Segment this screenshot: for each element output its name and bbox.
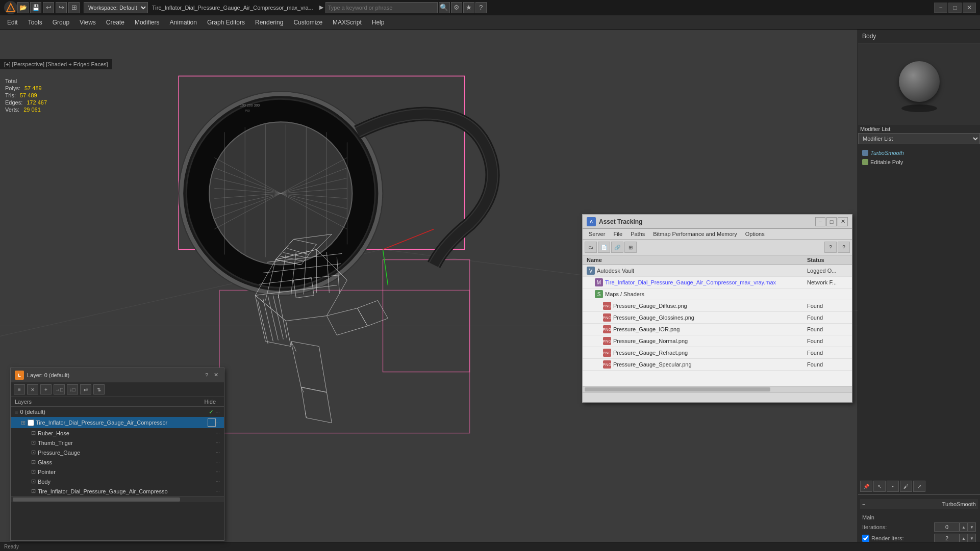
layer-dots-7: ··· bbox=[216, 479, 220, 484]
menu-tools[interactable]: Tools bbox=[23, 17, 47, 28]
layer-add-button[interactable]: + bbox=[40, 384, 52, 395]
menu-graph-editors[interactable]: Graph Editors bbox=[202, 17, 250, 28]
turbosmooth-icon bbox=[862, 150, 868, 156]
modifier-editable-poly[interactable]: Editable Poly bbox=[860, 158, 978, 167]
asset-status-refract: Found bbox=[807, 350, 848, 356]
layer-scrollbar[interactable] bbox=[11, 496, 224, 502]
asset-row[interactable]: S Maps / Shaders bbox=[583, 288, 852, 300]
layer-sort2-button[interactable]: ⇅ bbox=[93, 384, 105, 395]
asset-row[interactable]: PNG Pressure_Gauge_Refract.png Found bbox=[583, 347, 852, 359]
asset-menu-bitmap[interactable]: Bitmap Performance and Memory bbox=[649, 229, 741, 239]
layer-scrollbar-thumb[interactable] bbox=[13, 497, 180, 502]
asset-scrollbar[interactable] bbox=[583, 386, 852, 392]
menu-create[interactable]: Create bbox=[101, 17, 130, 28]
iterations-up[interactable]: ▲ bbox=[960, 522, 968, 532]
layer-delete-button[interactable]: ✕ bbox=[27, 384, 38, 395]
menu-views[interactable]: Views bbox=[74, 17, 101, 28]
asset-row[interactable]: PNG Pressure_Gauge_Specular.png Found bbox=[583, 359, 852, 371]
asset-menu-server[interactable]: Server bbox=[585, 229, 609, 239]
pin-button[interactable]: 📌 bbox=[860, 481, 872, 492]
menu-group[interactable]: Group bbox=[47, 17, 74, 28]
iterations-input[interactable] bbox=[934, 522, 960, 532]
layer-item[interactable]: ⊡ Pressure_Gauge ··· bbox=[11, 448, 224, 457]
star-button[interactable]: ★ bbox=[463, 2, 474, 13]
layer-item[interactable]: ⊡ Pointer ··· bbox=[11, 467, 224, 477]
mesh-icon-ruberhose: ⊡ bbox=[31, 430, 36, 436]
layer-sort1-button[interactable]: ⇄ bbox=[80, 384, 91, 395]
open-file-button[interactable]: 📂 bbox=[17, 2, 29, 13]
menu-modifiers[interactable]: Modifiers bbox=[130, 17, 165, 28]
svg-line-47 bbox=[278, 295, 287, 338]
asset-help-1[interactable]: ? bbox=[824, 242, 837, 253]
asset-help-2[interactable]: ? bbox=[838, 242, 850, 253]
menu-edit[interactable]: Edit bbox=[2, 17, 23, 28]
dot-button[interactable]: • bbox=[887, 481, 899, 492]
layer-help-button[interactable]: ? bbox=[203, 371, 211, 379]
layer-menu-button[interactable]: ≡ bbox=[14, 384, 25, 395]
save-file-button[interactable]: 💾 bbox=[30, 2, 41, 13]
asset-status-vault: Logged O... bbox=[807, 268, 848, 274]
cursor-button[interactable]: ↖ bbox=[873, 481, 886, 492]
status-text: Ready bbox=[4, 544, 19, 549]
png-icon-4: PNG bbox=[603, 337, 611, 345]
iterations-down[interactable]: ▼ bbox=[968, 522, 976, 532]
menu-animation[interactable]: Animation bbox=[165, 17, 202, 28]
menu-rendering[interactable]: Rendering bbox=[250, 17, 288, 28]
layer-merge-button[interactable]: ↓□ bbox=[67, 384, 78, 395]
asset-row[interactable]: V Autodesk Vault Logged O... bbox=[583, 265, 852, 277]
redo-button[interactable]: ↪ bbox=[56, 2, 67, 13]
undo-button[interactable]: ↩ bbox=[43, 2, 54, 13]
asset-scrollbar-thumb[interactable] bbox=[585, 387, 770, 391]
right-panel-toolbar: 📌 ↖ • 🖌 ⤢ bbox=[858, 479, 980, 494]
asset-menu-file[interactable]: File bbox=[609, 229, 626, 239]
help-button[interactable]: ? bbox=[475, 2, 487, 13]
layer-item[interactable]: ⊡ Tire_Inflator_Dial_Pressure_Gauge_Air_… bbox=[11, 486, 224, 496]
asset-tb-4[interactable]: ⊞ bbox=[624, 242, 637, 253]
layer-dots-4: ··· bbox=[216, 450, 220, 455]
maximize-button[interactable]: □ bbox=[948, 3, 962, 13]
close-button[interactable]: ✕ bbox=[963, 3, 976, 13]
asset-row[interactable]: PNG Pressure_Gauge_Normal.png Found bbox=[583, 335, 852, 347]
expand-button[interactable]: ⤢ bbox=[913, 481, 925, 492]
workspace-dropdown[interactable]: Workspace: Default bbox=[84, 2, 148, 13]
layer-close-button[interactable]: ✕ bbox=[212, 371, 220, 379]
layer-item[interactable]: ⊡ Thumb_Triger ··· bbox=[11, 438, 224, 448]
asset-close-button[interactable]: ✕ bbox=[838, 217, 848, 226]
search-button[interactable]: 🔍 bbox=[439, 2, 450, 13]
layer-item[interactable]: ≡ 0 (default) ✓ ··· bbox=[11, 407, 224, 417]
asset-minimize-button[interactable]: − bbox=[815, 217, 825, 226]
menu-customize[interactable]: Customize bbox=[288, 17, 328, 28]
layer-name-body: Body bbox=[38, 479, 216, 485]
asset-row[interactable]: PNG Pressure_Gauge_Diffuse.png Found bbox=[583, 300, 852, 312]
search-input[interactable] bbox=[325, 2, 438, 13]
asset-row[interactable]: PNG Pressure_Gauge_IOR.png Found bbox=[583, 324, 852, 335]
layer-name-thumbtriger: Thumb_Triger bbox=[38, 440, 216, 446]
svg-line-62 bbox=[383, 229, 434, 249]
asset-row[interactable]: PNG Pressure_Gauge_Glossines.png Found bbox=[583, 312, 852, 324]
asset-name-max: Tire_Inflator_Dial_Pressure_Gauge_Air_Co… bbox=[605, 279, 807, 285]
asset-menu-paths[interactable]: Paths bbox=[626, 229, 649, 239]
asset-maximize-button[interactable]: □ bbox=[826, 217, 837, 226]
layer-list-header: Layers Hide bbox=[11, 397, 224, 407]
asset-menu-options[interactable]: Options bbox=[741, 229, 769, 239]
settings-button[interactable]: ⚙ bbox=[451, 2, 462, 13]
asset-row[interactable]: M Tire_Inflator_Dial_Pressure_Gauge_Air_… bbox=[583, 277, 852, 288]
menu-help[interactable]: Help bbox=[367, 17, 390, 28]
modifier-turbosmooth[interactable]: TurboSmooth bbox=[860, 148, 978, 158]
asset-tb-2[interactable]: 📄 bbox=[598, 242, 610, 253]
layer-item[interactable]: ⊡ Body ··· bbox=[11, 477, 224, 486]
modifier-dropdown[interactable]: Modifier List bbox=[858, 133, 980, 144]
render-iters-checkbox[interactable] bbox=[862, 535, 869, 542]
asset-tb-3[interactable]: 🔗 bbox=[611, 242, 623, 253]
layer-item[interactable]: ⊡ Ruber_Hose ··· bbox=[11, 428, 224, 438]
asset-tb-1[interactable]: 🗂 bbox=[585, 242, 597, 253]
layer-item[interactable]: ⊞ Tire_Inflator_Dial_Pressure_Gauge_Air_… bbox=[11, 417, 224, 428]
workspace-list-button[interactable]: ⊞ bbox=[68, 2, 80, 13]
menu-maxscript[interactable]: MAXScript bbox=[328, 17, 367, 28]
layer-move-button[interactable]: →□ bbox=[54, 384, 65, 395]
layer-item[interactable]: ⊡ Glass ··· bbox=[11, 457, 224, 467]
layer-name-pointer: Pointer bbox=[38, 469, 216, 475]
layer-checkbox-1[interactable] bbox=[28, 419, 34, 426]
paint-button[interactable]: 🖌 bbox=[900, 481, 912, 492]
minimize-button[interactable]: − bbox=[934, 3, 947, 13]
